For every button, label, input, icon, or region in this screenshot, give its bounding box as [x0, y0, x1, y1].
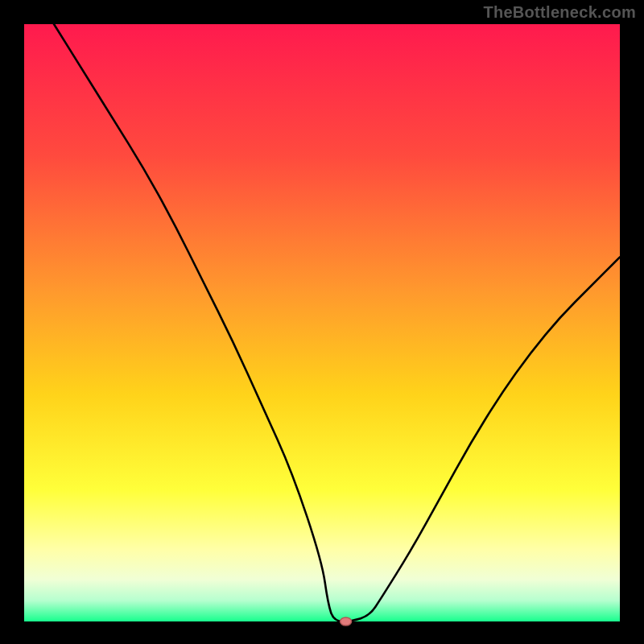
- chart-container: TheBottleneck.com: [0, 0, 644, 644]
- optimal-marker: [341, 617, 352, 625]
- bottleneck-chart: [0, 0, 644, 644]
- plot-background: [24, 24, 620, 621]
- watermark-text: TheBottleneck.com: [483, 3, 636, 22]
